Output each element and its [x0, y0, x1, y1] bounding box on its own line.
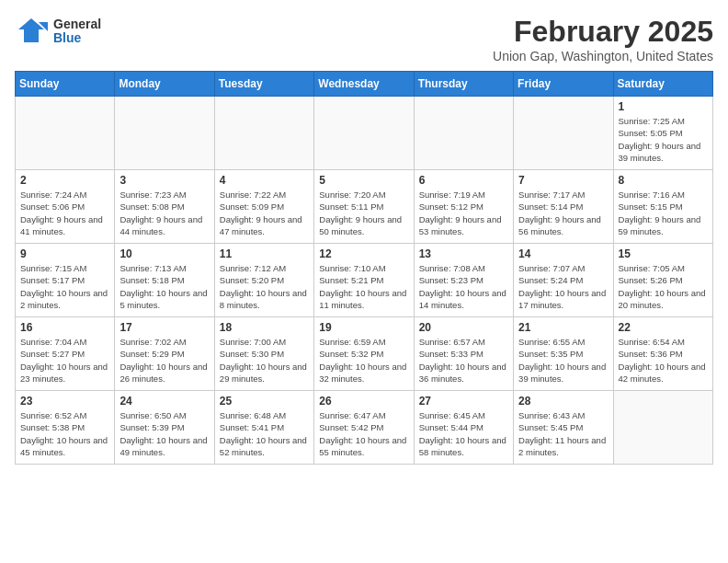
day-number: 28	[518, 395, 608, 408]
calendar-cell: 9Sunrise: 7:15 AMSunset: 5:17 PMDaylight…	[16, 244, 115, 317]
calendar-cell: 4Sunrise: 7:22 AMSunset: 5:09 PMDaylight…	[214, 170, 313, 244]
calendar-week-5: 23Sunrise: 6:52 AMSunset: 5:38 PMDayligh…	[16, 391, 713, 465]
day-number: 21	[518, 321, 608, 334]
day-info: Sunrise: 7:20 AMSunset: 5:11 PMDaylight:…	[319, 189, 408, 237]
calendar-cell: 8Sunrise: 7:16 AMSunset: 5:15 PMDaylight…	[613, 170, 712, 244]
day-info: Sunrise: 7:22 AMSunset: 5:09 PMDaylight:…	[220, 189, 309, 237]
calendar-week-1: 1Sunrise: 7:25 AMSunset: 5:05 PMDaylight…	[16, 97, 713, 170]
calendar-cell: 27Sunrise: 6:45 AMSunset: 5:44 PMDayligh…	[414, 391, 513, 465]
calendar-cell: 12Sunrise: 7:10 AMSunset: 5:21 PMDayligh…	[314, 244, 414, 317]
day-number: 26	[319, 395, 408, 408]
calendar-cell: 3Sunrise: 7:23 AMSunset: 5:08 PMDaylight…	[115, 170, 214, 244]
day-number: 15	[619, 247, 708, 260]
day-number: 2	[20, 174, 109, 187]
day-info: Sunrise: 6:48 AMSunset: 5:41 PMDaylight:…	[220, 409, 309, 458]
calendar-cell	[414, 97, 513, 170]
day-number: 19	[319, 321, 408, 334]
calendar-week-3: 9Sunrise: 7:15 AMSunset: 5:17 PMDaylight…	[16, 244, 713, 317]
calendar-cell: 25Sunrise: 6:48 AMSunset: 5:41 PMDayligh…	[214, 391, 313, 465]
day-number: 16	[20, 321, 109, 334]
calendar-cell	[214, 97, 313, 170]
day-number: 17	[119, 321, 209, 334]
day-number: 20	[419, 321, 508, 334]
calendar-cell	[613, 391, 712, 465]
day-number: 24	[119, 395, 209, 408]
day-info: Sunrise: 7:16 AMSunset: 5:15 PMDaylight:…	[619, 189, 708, 237]
day-number: 1	[619, 100, 708, 113]
page-header: General Blue February 2025 Union Gap, Wa…	[15, 15, 713, 63]
day-info: Sunrise: 7:15 AMSunset: 5:17 PMDaylight:…	[20, 262, 109, 311]
month-title: February 2025	[493, 15, 713, 49]
weekday-header-thursday: Thursday	[414, 72, 513, 97]
calendar-cell: 23Sunrise: 6:52 AMSunset: 5:38 PMDayligh…	[16, 391, 115, 465]
calendar-cell	[115, 97, 214, 170]
calendar-cell: 7Sunrise: 7:17 AMSunset: 5:14 PMDaylight…	[514, 170, 613, 244]
logo-text: General Blue	[53, 17, 101, 46]
weekday-header-wednesday: Wednesday	[314, 72, 414, 97]
title-area: February 2025 Union Gap, Washington, Uni…	[493, 15, 713, 63]
calendar-cell: 11Sunrise: 7:12 AMSunset: 5:20 PMDayligh…	[214, 244, 313, 317]
logo-blue-text: Blue	[53, 31, 101, 45]
calendar-cell: 18Sunrise: 7:00 AMSunset: 5:30 PMDayligh…	[214, 317, 313, 391]
day-info: Sunrise: 6:45 AMSunset: 5:44 PMDaylight:…	[419, 409, 508, 458]
day-number: 13	[419, 247, 508, 260]
calendar-cell: 1Sunrise: 7:25 AMSunset: 5:05 PMDaylight…	[613, 97, 712, 170]
day-number: 22	[619, 321, 708, 334]
calendar-cell: 15Sunrise: 7:05 AMSunset: 5:26 PMDayligh…	[613, 244, 712, 317]
day-number: 25	[220, 395, 309, 408]
calendar-cell: 2Sunrise: 7:24 AMSunset: 5:06 PMDaylight…	[16, 170, 115, 244]
calendar-cell: 26Sunrise: 6:47 AMSunset: 5:42 PMDayligh…	[314, 391, 414, 465]
calendar-cell: 22Sunrise: 6:54 AMSunset: 5:36 PMDayligh…	[613, 317, 712, 391]
calendar-cell: 13Sunrise: 7:08 AMSunset: 5:23 PMDayligh…	[414, 244, 513, 317]
day-info: Sunrise: 6:59 AMSunset: 5:32 PMDaylight:…	[319, 336, 408, 385]
weekday-header-saturday: Saturday	[613, 72, 712, 97]
day-info: Sunrise: 7:00 AMSunset: 5:30 PMDaylight:…	[220, 336, 309, 385]
day-info: Sunrise: 7:02 AMSunset: 5:29 PMDaylight:…	[119, 336, 209, 385]
day-info: Sunrise: 7:17 AMSunset: 5:14 PMDaylight:…	[518, 189, 608, 237]
day-number: 11	[220, 247, 309, 260]
day-number: 6	[419, 174, 508, 187]
day-number: 3	[119, 174, 209, 187]
calendar-cell: 16Sunrise: 7:04 AMSunset: 5:27 PMDayligh…	[16, 317, 115, 391]
logo-icon	[15, 15, 48, 48]
calendar-week-2: 2Sunrise: 7:24 AMSunset: 5:06 PMDaylight…	[16, 170, 713, 244]
day-info: Sunrise: 7:10 AMSunset: 5:21 PMDaylight:…	[319, 262, 408, 311]
day-info: Sunrise: 6:57 AMSunset: 5:33 PMDaylight:…	[419, 336, 508, 385]
calendar-cell: 17Sunrise: 7:02 AMSunset: 5:29 PMDayligh…	[115, 317, 214, 391]
logo-general-text: General	[53, 17, 101, 31]
calendar-week-4: 16Sunrise: 7:04 AMSunset: 5:27 PMDayligh…	[16, 317, 713, 391]
day-number: 5	[319, 174, 408, 187]
day-number: 18	[220, 321, 309, 334]
calendar-cell: 21Sunrise: 6:55 AMSunset: 5:35 PMDayligh…	[514, 317, 613, 391]
day-info: Sunrise: 7:24 AMSunset: 5:06 PMDaylight:…	[20, 189, 109, 237]
weekday-header-sunday: Sunday	[16, 72, 115, 97]
day-number: 12	[319, 247, 408, 260]
calendar-cell: 24Sunrise: 6:50 AMSunset: 5:39 PMDayligh…	[115, 391, 214, 465]
calendar-cell: 5Sunrise: 7:20 AMSunset: 5:11 PMDaylight…	[314, 170, 414, 244]
day-number: 14	[518, 247, 608, 260]
calendar-table: SundayMondayTuesdayWednesdayThursdayFrid…	[15, 71, 713, 465]
day-info: Sunrise: 7:07 AMSunset: 5:24 PMDaylight:…	[518, 262, 608, 311]
calendar-cell: 28Sunrise: 6:43 AMSunset: 5:45 PMDayligh…	[514, 391, 613, 465]
day-number: 9	[20, 247, 109, 260]
day-number: 27	[419, 395, 508, 408]
weekday-header-tuesday: Tuesday	[214, 72, 313, 97]
calendar-cell: 19Sunrise: 6:59 AMSunset: 5:32 PMDayligh…	[314, 317, 414, 391]
day-info: Sunrise: 7:08 AMSunset: 5:23 PMDaylight:…	[419, 262, 508, 311]
day-number: 10	[119, 247, 209, 260]
calendar-cell: 10Sunrise: 7:13 AMSunset: 5:18 PMDayligh…	[115, 244, 214, 317]
day-info: Sunrise: 7:23 AMSunset: 5:08 PMDaylight:…	[119, 189, 209, 237]
calendar-cell	[314, 97, 414, 170]
calendar-header-row: SundayMondayTuesdayWednesdayThursdayFrid…	[16, 72, 713, 97]
day-number: 8	[619, 174, 708, 187]
day-info: Sunrise: 7:13 AMSunset: 5:18 PMDaylight:…	[119, 262, 209, 311]
day-info: Sunrise: 6:47 AMSunset: 5:42 PMDaylight:…	[319, 409, 408, 458]
svg-marker-0	[18, 18, 44, 42]
location-text: Union Gap, Washington, United States	[493, 49, 713, 63]
day-info: Sunrise: 7:12 AMSunset: 5:20 PMDaylight:…	[220, 262, 309, 311]
calendar-cell: 14Sunrise: 7:07 AMSunset: 5:24 PMDayligh…	[514, 244, 613, 317]
day-info: Sunrise: 6:43 AMSunset: 5:45 PMDaylight:…	[518, 409, 608, 458]
day-info: Sunrise: 7:05 AMSunset: 5:26 PMDaylight:…	[619, 262, 708, 311]
day-number: 7	[518, 174, 608, 187]
day-number: 23	[20, 395, 109, 408]
